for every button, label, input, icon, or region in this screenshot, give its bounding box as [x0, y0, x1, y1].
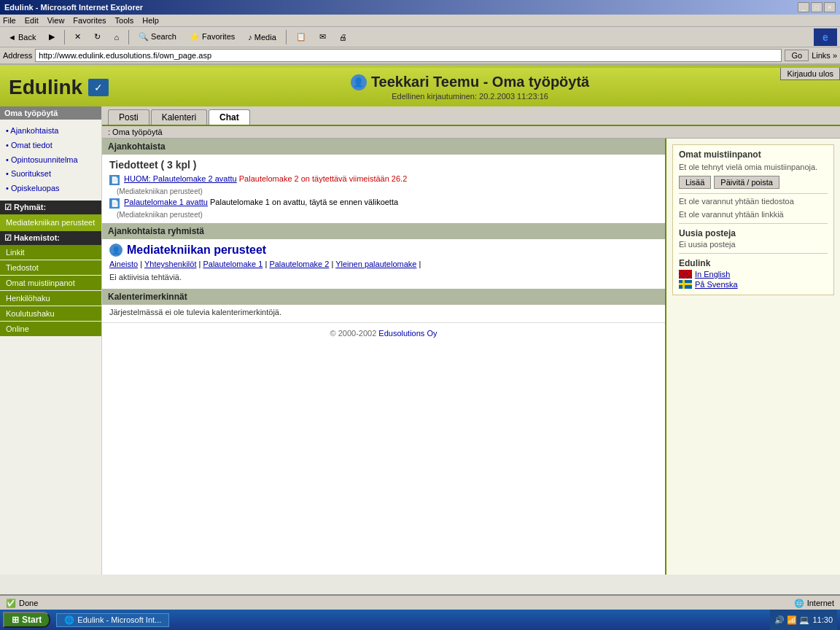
news-item-2: 📄 Palautelomake 1 avattu Palautelomake 1… [102, 195, 665, 211]
history-button[interactable]: 📋 [291, 31, 311, 43]
breadcrumb: : Oma työpöytä [102, 126, 840, 139]
sidebar: Oma työpöytä • Ajankohtaista • Omat tied… [0, 106, 102, 575]
window-controls[interactable]: _ □ × [798, 2, 836, 12]
sidebar-title: Oma työpöytä [0, 106, 101, 120]
news-sub-1: (Mediatekniikan perusteet) [102, 187, 665, 195]
news-text-2: Palautelomake 1 on avattu, täytä se enne… [210, 198, 398, 206]
menu-favorites[interactable]: Favorites [73, 16, 106, 25]
ie-address-bar: Address Go Links » [0, 47, 840, 65]
main-content: Ajankohtaista Tiedotteet ( 3 kpl ) 📄 HUO… [102, 139, 665, 575]
kalenterimerkinnät-header: Kalenterimerkinnät [102, 289, 665, 305]
sidebar-item-ajankohtaista[interactable]: • Ajankohtaista [6, 124, 96, 139]
news-item-1: 📄 HUOM: Palautelomake 2 avattu Palautelo… [102, 172, 665, 187]
tab-chat[interactable]: Chat [209, 109, 250, 125]
divider-3 [679, 253, 828, 254]
status-bar: ✅ Done 🌐 Internet [0, 594, 840, 610]
content-footer: © 2000-2002 Edusolutions Oy [102, 322, 665, 343]
group-section: 👤 Mediatekniikan perusteet Aineisto | Yh… [102, 239, 665, 286]
tab-posti[interactable]: Posti [108, 109, 149, 125]
forward-button[interactable]: ▶ [44, 31, 60, 43]
home-button[interactable]: ⌂ [109, 31, 124, 43]
sidebar-item-suoritukset[interactable]: • Suoritukset [6, 167, 96, 182]
mail-button[interactable]: ✉ [314, 31, 331, 43]
sidebar-omat-muistiinpanot[interactable]: Omat muistiinpanot [0, 276, 101, 290]
news-link-2[interactable]: Palautelomake 1 avattu [124, 198, 208, 206]
separator-3 [286, 30, 287, 44]
separator [64, 30, 65, 44]
paivita-poista-button[interactable]: Päivitä / poista [714, 176, 779, 189]
menu-edit[interactable]: Edit [25, 16, 39, 25]
sidebar-item-omat-tiedot[interactable]: • Omat tiedot [6, 139, 96, 153]
page-header: Kirjaudu ulos Edulink ✓ 👤 Teekkari Teemu… [0, 68, 840, 106]
pa-svenska-link[interactable]: På Svenska [679, 280, 828, 289]
group-title-link[interactable]: 👤 Mediatekniikan perusteet [109, 244, 658, 257]
right-panel-no-notes: Et ole tehnyt vielä omia muistiinpanoja. [679, 163, 828, 171]
group-link-palautelomake2[interactable]: Palautelomake 2 [269, 260, 329, 268]
calendar-section: Järjestelmässä ei ole tulevia kalenterim… [102, 305, 665, 322]
media-button[interactable]: ♪ Media [243, 31, 281, 43]
sidebar-koulutushaku[interactable]: Koulutushaku [0, 306, 101, 321]
taskbar-tray: 🔊 📶 💻 11:30 [770, 610, 837, 610]
done-text: Done [19, 599, 38, 607]
sidebar-item-opintosuunnitelma[interactable]: • Opintosuunnitelma [6, 153, 96, 168]
news-text-1: Palautelomake 2 on täytettävä viimeistää… [239, 174, 408, 183]
group-icon: 👤 [109, 244, 122, 257]
ie-toolbar: ◄ Back ▶ ✕ ↻ ⌂ 🔍 Search ⭐ Favorites ♪ Me… [0, 27, 840, 47]
lisaa-button[interactable]: Lisää [679, 176, 711, 189]
favorites-button[interactable]: ⭐ Favorites [184, 31, 240, 43]
status-left: ✅ Done [6, 599, 38, 608]
internet-icon: 🌐 [794, 599, 804, 608]
minimize-button[interactable]: _ [798, 2, 809, 12]
footer-link[interactable]: Edusolutions Oy [378, 329, 437, 338]
go-button[interactable]: Go [785, 50, 809, 61]
logo-area: Edulink ✓ [9, 76, 109, 99]
menu-help[interactable]: Help [142, 16, 159, 25]
sidebar-linkit[interactable]: Linkit [0, 245, 101, 260]
ryhmät-header: ☑ Ryhmät: [0, 201, 101, 214]
ajankohtaista-ryhmista-header: Ajankohtaista ryhmistä [102, 223, 665, 239]
right-panel: Omat muistiinpanot Et ole tehnyt vielä o… [665, 139, 840, 575]
tiedotteet-title: Tiedotteet ( 3 kpl ) [102, 155, 665, 172]
menu-view[interactable]: View [47, 16, 65, 25]
separator-2 [128, 30, 129, 44]
search-button[interactable]: 🔍 Search [133, 31, 182, 43]
news-item-1-content: HUOM: Palautelomake 2 avattu Palauteloma… [124, 174, 407, 183]
group-link-aineisto[interactable]: Aineisto [109, 260, 138, 268]
stop-button[interactable]: ✕ [69, 31, 86, 43]
group-link-palautelomake1[interactable]: Palautelomake 1 [203, 260, 262, 268]
maximize-button[interactable]: □ [811, 2, 822, 12]
sidebar-henkilohaku[interactable]: Henkilöhaku [0, 291, 101, 306]
group-link-yleinen[interactable]: Yleinen palautelomake [335, 260, 416, 268]
sidebar-item-opiskeluopas[interactable]: • Opiskeluopas [6, 182, 96, 196]
window-titlebar: Edulink - Microsoft Internet Explorer _ … [0, 0, 840, 15]
taskbar: ⊞ Start 🌐 Edulink - Microsoft Int... 🔊 📶… [0, 610, 840, 610]
refresh-button[interactable]: ↻ [89, 31, 106, 43]
page-wrapper: Kirjaudu ulos Edulink ✓ 👤 Teekkari Teemu… [0, 68, 840, 594]
no-links-text: Et ole varannut yhtään linkkiä [679, 210, 828, 219]
tab-kalenteri[interactable]: Kalenteri [151, 109, 207, 125]
divider-2 [679, 223, 828, 224]
status-done: ✅ Done [6, 599, 38, 608]
print-button[interactable]: 🖨 [334, 31, 352, 43]
internet-text: Internet [807, 599, 834, 607]
logout-button[interactable]: Kirjaudu ulos [780, 68, 840, 80]
window-title: Edulink - Microsoft Internet Explorer [4, 3, 143, 12]
flag-se-icon [679, 280, 692, 289]
sidebar-links: • Ajankohtaista • Omat tiedot • Opintosu… [0, 120, 101, 201]
close-button[interactable]: × [824, 2, 836, 12]
links-button[interactable]: Links » [812, 51, 837, 60]
in-english-link[interactable]: In English [679, 270, 828, 279]
group-link-yhteyshenkilot[interactable]: Yhteyshenkilöt [144, 260, 197, 268]
sidebar-tiedostot[interactable]: Tiedostot [0, 260, 101, 275]
news-item-2-content: Palautelomake 1 avattu Palautelomake 1 o… [124, 198, 398, 206]
user-icon: 👤 [351, 74, 367, 90]
sidebar-ryhmät-item-mediatekniikan[interactable]: Mediatekniikan perusteet [0, 214, 101, 231]
group-no-tasks: Ei aktiivisia tehtäviä. [109, 271, 658, 283]
menu-tools[interactable]: Tools [115, 16, 134, 25]
menu-file[interactable]: File [3, 16, 16, 25]
back-button[interactable]: ◄ Back [3, 31, 41, 43]
address-input[interactable] [35, 49, 782, 62]
news-link-1[interactable]: HUOM: Palautelomake 2 avattu [124, 174, 237, 183]
edulink-section-title: Edulink [679, 258, 828, 268]
sidebar-online[interactable]: Online [0, 322, 101, 336]
